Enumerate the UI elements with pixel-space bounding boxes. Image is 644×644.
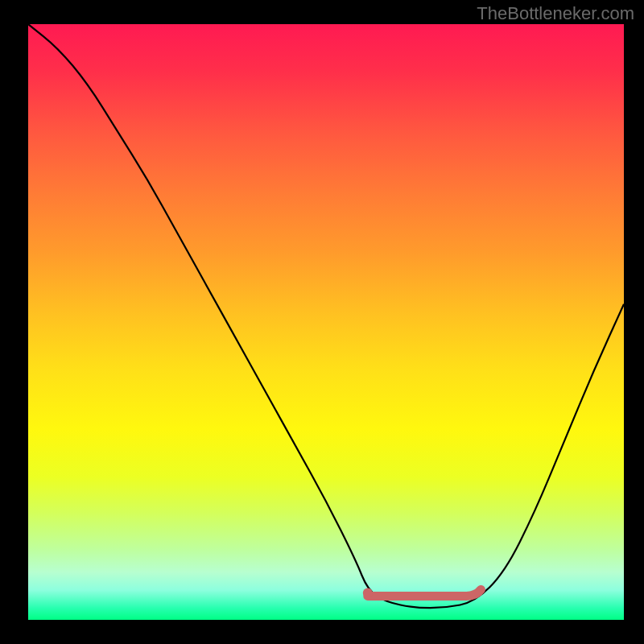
plot-area [28, 24, 624, 620]
chart-svg [28, 24, 624, 620]
optimal-start-dot [363, 588, 373, 597]
optimal-range-marker [368, 589, 481, 596]
watermark-text: TheBottleneker.com [477, 3, 634, 24]
bottleneck-curve [28, 24, 624, 608]
